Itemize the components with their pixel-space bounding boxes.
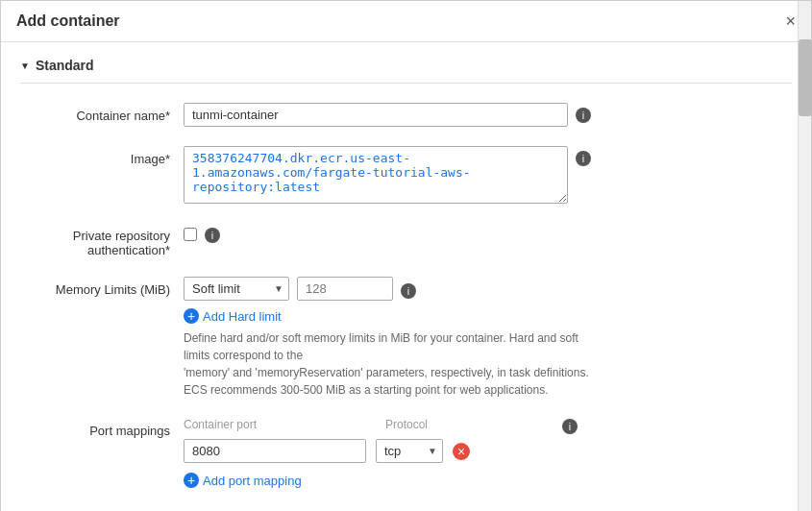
memory-limits-label: Memory Limits (MiB) [20,277,184,297]
protocol-select[interactable]: tcp udp [376,439,443,463]
modal-header: Add container × [1,1,811,42]
private-repo-info-icon[interactable]: i [205,228,220,243]
port-mappings-row: Port mappings Container port Protocol i … [20,418,792,488]
private-repo-row: Private repository authentication* i [20,223,792,257]
image-info-icon[interactable]: i [576,151,591,166]
port-column-headers: Container port Protocol i [184,418,578,435]
memory-type-select[interactable]: Soft limit Hard limit [184,277,289,301]
image-control: 358376247704.dkr.ecr.us-east-1.amazonaws… [184,146,792,204]
add-hard-limit-label: Add Hard limit [203,309,282,324]
port-mappings-control: Container port Protocol i tcp udp ▼ × [184,418,578,488]
remove-port-button[interactable]: × [453,443,470,460]
close-button[interactable]: × [785,12,796,30]
container-port-input[interactable] [184,439,366,463]
memory-help-line1: Define hard and/or soft memory limits in… [184,331,578,362]
private-repo-checkbox[interactable] [184,228,197,241]
add-port-mapping-label: Add port mapping [203,474,302,488]
add-hard-limit-link[interactable]: + Add Hard limit [184,308,606,324]
port-mappings-label: Port mappings [20,418,184,438]
modal-body: ▼ Standard Container name* i Image* 3583… [1,42,811,511]
add-container-modal: Add container × ▼ Standard Container nam… [0,0,812,511]
port-input-row: tcp udp ▼ × [184,439,578,463]
scrollbar-track[interactable] [798,1,811,511]
memory-type-select-wrap: Soft limit Hard limit ▼ [184,277,289,301]
private-repo-control: i [184,223,792,243]
memory-inputs-row: Soft limit Hard limit ▼ i [184,277,606,301]
memory-info-icon[interactable]: i [401,283,416,299]
image-row: Image* 358376247704.dkr.ecr.us-east-1.am… [20,146,792,204]
image-input[interactable]: 358376247704.dkr.ecr.us-east-1.amazonaws… [184,146,568,204]
memory-help-line2: 'memory' and 'memoryReservation' paramet… [184,366,589,379]
memory-value-input[interactable] [297,277,393,301]
protocol-select-wrap: tcp udp ▼ [376,439,443,463]
memory-limits-row: Memory Limits (MiB) Soft limit Hard limi… [20,277,792,399]
container-port-col-label: Container port [184,418,376,435]
container-name-control: i [184,103,792,127]
add-port-mapping-plus-icon: + [184,473,199,488]
container-name-input[interactable] [184,103,568,127]
private-repo-label: Private repository authentication* [20,223,184,257]
section-header: ▼ Standard [20,58,792,84]
memory-help-text: Define hard and/or soft memory limits in… [184,329,606,399]
protocol-col-label: Protocol [385,418,428,435]
image-label: Image* [20,146,184,166]
container-name-info-icon[interactable]: i [576,108,591,123]
section-label: Standard [36,58,94,73]
port-mappings-info-icon[interactable]: i [562,419,578,434]
container-name-row: Container name* i [20,103,792,127]
chevron-icon[interactable]: ▼ [20,61,30,71]
add-port-mapping-link[interactable]: + Add port mapping [184,473,578,488]
memory-limits-control: Soft limit Hard limit ▼ i + Add Hard lim… [184,277,606,399]
memory-help-line3: ECS recommends 300-500 MiB as a starting… [184,383,549,397]
modal-title: Add container [16,12,120,30]
add-hard-limit-plus-icon: + [184,308,199,324]
container-name-label: Container name* [20,103,184,123]
scrollbar-thumb[interactable] [799,39,812,116]
